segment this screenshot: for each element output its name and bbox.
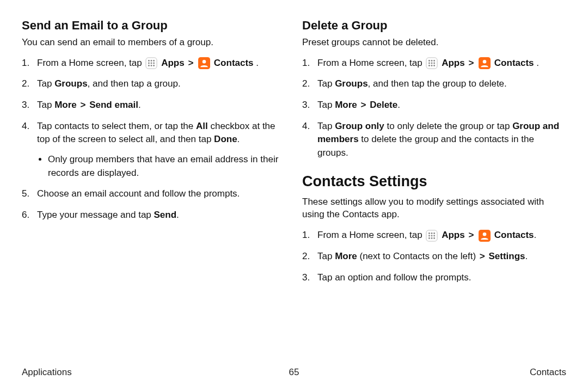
apps-label: Apps — [442, 230, 465, 240]
contacts-icon — [479, 230, 491, 242]
step-3: Tap More > Send email. — [22, 99, 286, 112]
chevron-icon: > — [479, 251, 486, 261]
text: . — [534, 230, 537, 240]
apps-icon — [426, 230, 438, 242]
text: From a Home screen, tap — [317, 230, 425, 240]
text: . — [534, 58, 539, 68]
send-email-heading: Send an Email to a Group — [22, 19, 286, 33]
text: . — [254, 58, 259, 68]
text: , and then tap a group. — [88, 78, 181, 89]
text: Tap — [317, 121, 335, 131]
text: Tap — [37, 78, 54, 89]
left-column: Send an Email to a Group You can send an… — [22, 19, 286, 292]
footer-right: Contacts — [530, 367, 566, 378]
del-step-1: From a Home screen, tap Apps > Contacts … — [302, 57, 566, 70]
text: (next to Contacts on the left) — [357, 251, 479, 261]
right-column: Delete a Group Preset groups cannot be d… — [302, 19, 566, 292]
text: , and then tap the group to delete. — [368, 78, 507, 89]
contacts-settings-intro: These settings allow you to modify setti… — [302, 195, 566, 222]
manual-page: Send an Email to a Group You can send an… — [0, 0, 588, 392]
groups-label: Groups — [54, 78, 87, 89]
more-label: More — [54, 100, 77, 110]
contacts-label: Contacts — [214, 58, 254, 68]
apps-icon — [145, 57, 157, 69]
cs-step-3: Tap an option and follow the prompts. — [302, 271, 566, 285]
text: . — [176, 210, 179, 220]
contacts-settings-heading: Contacts Settings — [302, 173, 566, 190]
chevron-icon: > — [187, 58, 194, 68]
text: Tap — [37, 100, 54, 110]
more-label: More — [335, 100, 357, 110]
group-only-label: Group only — [335, 121, 384, 131]
send-email-intro: You can send an email to members of a gr… — [22, 36, 286, 49]
contacts-label: Contacts — [494, 58, 534, 68]
page-footer: Applications 65 Contacts — [22, 367, 566, 378]
text: . — [237, 134, 240, 144]
delete-group-heading: Delete a Group — [302, 19, 566, 33]
del-step-2: Tap Groups, and then tap the group to de… — [302, 77, 566, 91]
chevron-icon: > — [360, 100, 367, 110]
contacts-label: Contacts — [494, 230, 534, 240]
apps-icon — [426, 57, 438, 69]
all-label: All — [196, 121, 208, 131]
step-4-note: Only group members that have an email ad… — [48, 153, 286, 180]
step-6: Type your message and tap Send. — [22, 209, 286, 222]
done-label: Done — [214, 134, 237, 144]
step-4: Tap contacts to select them, or tap the … — [22, 120, 286, 180]
delete-group-steps: From a Home screen, tap Apps > Contacts … — [302, 57, 566, 160]
step-2: Tap Groups, and then tap a group. — [22, 77, 286, 91]
chevron-icon: > — [79, 100, 87, 110]
page-number: 65 — [289, 367, 299, 378]
send-label: Send — [154, 210, 177, 220]
text: From a Home screen, tap — [37, 58, 144, 68]
settings-label: Settings — [488, 251, 525, 261]
text: Tap contacts to select them, or tap the — [37, 121, 196, 131]
text: Type your message and tap — [37, 210, 154, 220]
apps-label: Apps — [161, 58, 185, 68]
step-1: From a Home screen, tap Apps > Contacts … — [22, 57, 286, 70]
footer-left: Applications — [22, 367, 72, 378]
delete-group-intro: Preset groups cannot be deleted. — [302, 36, 566, 49]
contacts-icon — [198, 57, 210, 69]
groups-label: Groups — [335, 78, 367, 89]
send-email-steps: From a Home screen, tap Apps > Contacts … — [22, 57, 286, 222]
text: . — [397, 100, 400, 110]
del-step-3: Tap More > Delete. — [302, 99, 566, 112]
text: Tap — [317, 100, 335, 110]
text: to only delete the group or tap — [384, 121, 512, 131]
cs-step-2: Tap More (next to Contacts on the left) … — [302, 250, 566, 264]
delete-label: Delete — [370, 100, 397, 110]
del-step-4: Tap Group only to only delete the group … — [302, 120, 566, 160]
apps-label: Apps — [442, 58, 465, 68]
chevron-icon: > — [467, 230, 475, 240]
send-email-label: Send email — [89, 100, 138, 110]
text: Tap — [317, 251, 335, 261]
text: . — [138, 100, 141, 110]
more-label: More — [335, 251, 357, 261]
step-5: Choose an email account and follow the p… — [22, 187, 286, 201]
chevron-icon: > — [467, 58, 475, 68]
text: From a Home screen, tap — [317, 58, 425, 68]
contacts-icon — [479, 57, 491, 69]
step-4-sublist: Only group members that have an email ad… — [37, 153, 286, 180]
text: . — [525, 251, 528, 261]
contacts-settings-steps: From a Home screen, tap Apps > Contacts.… — [302, 229, 566, 284]
text: Tap — [317, 78, 335, 89]
cs-step-1: From a Home screen, tap Apps > Contacts. — [302, 229, 566, 242]
